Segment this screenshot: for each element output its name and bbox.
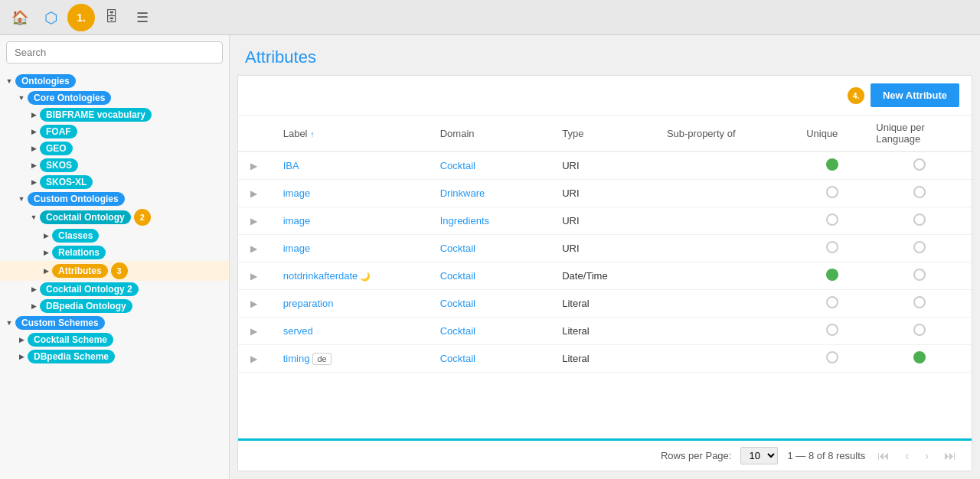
expand-row-button[interactable]: ▶ <box>247 352 260 366</box>
geo-tag[interactable]: GEO <box>40 142 73 155</box>
expand-row-button[interactable]: ▶ <box>247 324 260 338</box>
unique-empty-indicator <box>826 351 838 363</box>
first-page-button[interactable]: ⏮ <box>874 448 893 464</box>
attribute-label-link[interactable]: notdrinkafterdate <box>283 270 358 282</box>
domain-link[interactable]: Cocktail <box>440 325 475 337</box>
toggle-custom: ▼ <box>15 193 28 205</box>
unique-empty-indicator <box>826 213 838 226</box>
sidebar-item-core-ontologies[interactable]: ▼ Core Ontologies <box>0 90 229 106</box>
sidebar-item-custom-schemes[interactable]: ▼ Custom Schemes <box>0 314 229 331</box>
unique-lang-cell <box>867 262 972 290</box>
step1-button[interactable]: 1. <box>67 4 95 31</box>
next-page-button[interactable]: › <box>922 448 932 464</box>
domain-link[interactable]: Drinkware <box>440 187 485 199</box>
unique-cell <box>797 207 867 235</box>
toggle-attributes: ▶ <box>40 265 52 277</box>
type-cell: URI <box>553 180 658 207</box>
unique-lang-cell <box>867 207 972 235</box>
home-icon: 🏠 <box>11 9 28 26</box>
sidebar-item-foaf[interactable]: ▶ FOAF <box>0 123 229 140</box>
type-cell: Literal <box>553 290 658 318</box>
attribute-label-link[interactable]: timing <box>283 353 310 364</box>
subproperty-cell <box>658 207 797 235</box>
domain-link[interactable]: Cocktail <box>440 298 475 309</box>
unique-lang-empty-indicator <box>913 269 926 281</box>
unique-cell <box>797 345 867 373</box>
unique-lang-filled-indicator <box>913 351 926 363</box>
sidebar-item-cocktail-ontology-2[interactable]: ▶ Cocktail Ontology 2 <box>0 281 229 298</box>
skos-tag[interactable]: SKOS <box>40 158 78 172</box>
search-input[interactable] <box>6 41 223 64</box>
dbpedia-scheme-tag[interactable]: DBpedia Scheme <box>28 350 115 363</box>
attributes-tag[interactable]: Attributes <box>52 264 108 278</box>
expand-row-button[interactable]: ▶ <box>247 269 260 283</box>
sidebar-item-relations[interactable]: ▶ Relations <box>0 244 229 261</box>
col-label[interactable]: Label ↑ <box>274 116 431 152</box>
relations-tag[interactable]: Relations <box>52 246 106 259</box>
col-subproperty: Sub-property of <box>658 116 797 152</box>
expand-row-button[interactable]: ▶ <box>247 242 260 256</box>
dbpedia-ontology-tag[interactable]: DBpedia Ontology <box>40 299 132 313</box>
custom-ontologies-tag[interactable]: Custom Ontologies <box>28 192 125 206</box>
database-button[interactable]: 🗄 <box>98 4 126 31</box>
cocktail-ontology-2-tag[interactable]: Cocktail Ontology 2 <box>40 282 139 296</box>
attribute-label-link[interactable]: image <box>283 215 310 226</box>
unique-lang-cell <box>867 345 972 373</box>
expand-row-button[interactable]: ▶ <box>247 187 260 200</box>
sidebar-item-dbpedia-scheme[interactable]: ▶ DBpedia Scheme <box>0 348 229 365</box>
home-button[interactable]: 🏠 <box>6 4 34 31</box>
sidebar-item-classes[interactable]: ▶ Classes <box>0 227 229 244</box>
sidebar-item-ontologies[interactable]: ▼ Ontologies <box>0 73 229 90</box>
domain-link[interactable]: Cocktail <box>440 270 475 282</box>
diagram-button[interactable]: ⬡ <box>37 4 64 31</box>
sidebar-item-attributes[interactable]: ▶ Attributes 3 <box>0 261 229 281</box>
unique-cell <box>797 152 867 180</box>
expand-row-button[interactable]: ▶ <box>247 297 260 311</box>
cocktail-scheme-tag[interactable]: Cocktail Scheme <box>28 333 113 347</box>
domain-link[interactable]: Cocktail <box>440 353 475 364</box>
attribute-label-link[interactable]: served <box>283 325 313 337</box>
prev-page-button[interactable]: ‹ <box>902 448 912 464</box>
unique-cell <box>797 262 867 290</box>
sort-icon: ↑ <box>310 129 315 138</box>
sidebar-item-skos-xl[interactable]: ▶ SKOS-XL <box>0 174 229 191</box>
domain-link[interactable]: Cocktail <box>440 243 475 254</box>
last-page-button[interactable]: ⏭ <box>941 448 959 464</box>
sidebar-item-cocktail-ontology[interactable]: ▼ Cocktail Ontology 2 <box>0 207 229 227</box>
classes-tag[interactable]: Classes <box>52 229 99 243</box>
bibframe-tag[interactable]: BIBFRAME vocabulary <box>40 108 152 122</box>
toggle-cocktail: ▼ <box>28 211 40 223</box>
sidebar-item-bibframe[interactable]: ▶ BIBFRAME vocabulary <box>0 106 229 123</box>
domain-link[interactable]: Cocktail <box>440 160 475 171</box>
foaf-tag[interactable]: FOAF <box>40 125 77 138</box>
toggle-geo: ▶ <box>28 142 40 155</box>
diagram-icon: ⬡ <box>44 8 57 27</box>
subproperty-cell <box>658 290 797 318</box>
core-ontologies-tag[interactable]: Core Ontologies <box>28 91 111 105</box>
moon-icon: 🌙 <box>360 272 371 281</box>
list-button[interactable]: ☰ <box>129 4 156 31</box>
table-row: ▶notdrinkafterdate🌙CocktailDate/Time <box>238 262 972 290</box>
unique-lang-cell <box>867 235 972 262</box>
attribute-label-link[interactable]: image <box>283 187 310 199</box>
attribute-label-link[interactable]: IBA <box>283 160 299 171</box>
rows-per-page-select[interactable]: 10 25 50 <box>740 447 778 464</box>
expand-row-button[interactable]: ▶ <box>247 159 260 173</box>
skos-xl-tag[interactable]: SKOS-XL <box>40 175 93 189</box>
unique-lang-cell <box>867 290 972 318</box>
custom-schemes-tag[interactable]: Custom Schemes <box>15 316 105 330</box>
cocktail-ontology-tag[interactable]: Cocktail Ontology <box>40 210 131 224</box>
domain-link[interactable]: Ingredients <box>440 215 489 226</box>
toggle-foaf: ▶ <box>28 125 40 138</box>
sidebar-item-skos[interactable]: ▶ SKOS <box>0 157 229 174</box>
ontologies-tag[interactable]: Ontologies <box>15 74 76 88</box>
attribute-label-link[interactable]: preparation <box>283 298 334 309</box>
expand-row-button[interactable]: ▶ <box>247 214 260 228</box>
sidebar-item-dbpedia-ontology[interactable]: ▶ DBpedia Ontology <box>0 298 229 314</box>
new-attribute-button[interactable]: New Attribute <box>871 83 959 107</box>
database-icon: 🗄 <box>105 9 119 25</box>
attribute-label-link[interactable]: image <box>283 243 310 254</box>
sidebar-item-cocktail-scheme[interactable]: ▶ Cocktail Scheme <box>0 331 229 348</box>
sidebar-item-custom-ontologies[interactable]: ▼ Custom Ontologies <box>0 191 229 207</box>
sidebar-item-geo[interactable]: ▶ GEO <box>0 140 229 157</box>
